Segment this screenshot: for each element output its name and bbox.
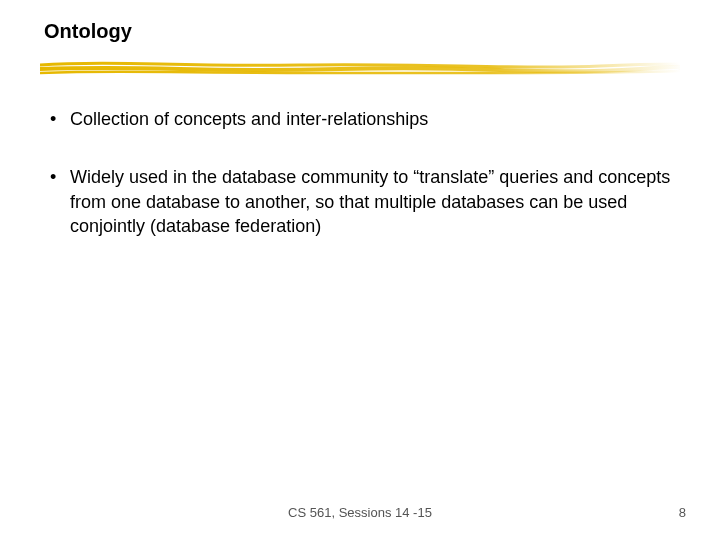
- bullet-list: Collection of concepts and inter-relatio…: [40, 107, 680, 238]
- title-underline: [40, 61, 680, 75]
- slide: Ontology Collection of concepts and inte…: [0, 0, 720, 540]
- page-number: 8: [679, 505, 686, 520]
- bullet-item: Widely used in the database community to…: [50, 165, 680, 238]
- bullet-item: Collection of concepts and inter-relatio…: [50, 107, 680, 131]
- slide-title: Ontology: [44, 20, 680, 43]
- slide-footer: CS 561, Sessions 14 -15: [0, 505, 720, 520]
